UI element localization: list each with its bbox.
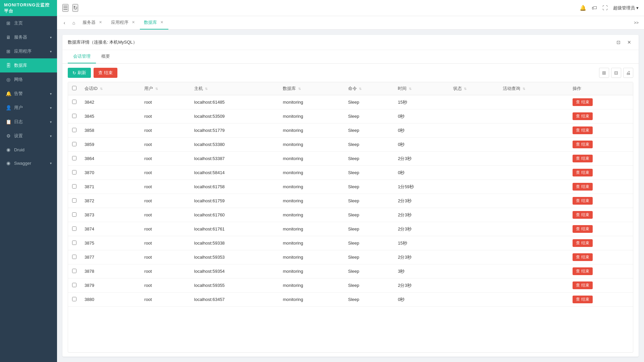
cell-action: 查 结束: [569, 236, 633, 250]
row-checkbox-cell[interactable]: [68, 180, 80, 194]
row-checkbox-cell[interactable]: [68, 236, 80, 250]
kill-row-button[interactable]: 查 结束: [573, 126, 592, 134]
tab-app-close-icon[interactable]: ✕: [130, 20, 136, 25]
table-row: 3845 root localhost:53509 monitoring Sle…: [68, 109, 633, 123]
menu-toggle-button[interactable]: ☰: [62, 4, 68, 12]
settings-icon: ⚙: [5, 133, 11, 139]
sidebar-item-swagger[interactable]: ◉ Swagger ▾: [0, 156, 57, 170]
cell-host: localhost:63457: [190, 293, 279, 307]
panel-minimize-button[interactable]: ⊡: [614, 38, 623, 46]
row-checkbox[interactable]: [72, 156, 76, 160]
sidebar-item-log[interactable]: 📋 日志 ▾: [0, 115, 57, 129]
tab-back-button[interactable]: ‹: [60, 18, 69, 28]
sidebar-item-user[interactable]: 👤 用户 ▾: [0, 101, 57, 115]
sub-tab-session[interactable]: 会话管理: [68, 50, 96, 63]
row-checkbox-cell[interactable]: [68, 278, 80, 293]
row-checkbox[interactable]: [72, 198, 76, 203]
tab-database-close-icon[interactable]: ✕: [159, 20, 164, 25]
kill-row-button[interactable]: 查 结束: [573, 112, 592, 120]
row-checkbox-cell[interactable]: [68, 293, 80, 307]
table-columns-button[interactable]: ⊞: [599, 68, 609, 78]
select-all-checkbox[interactable]: [72, 86, 76, 90]
col-command[interactable]: 命令 ⇅: [344, 82, 394, 95]
sub-tab-overview[interactable]: 概要: [96, 50, 115, 63]
kill-session-button[interactable]: 查 结束: [94, 68, 117, 78]
tab-app[interactable]: 应用程序 ✕: [107, 16, 140, 30]
col-active-query[interactable]: 活动查询 ⇅: [499, 82, 569, 95]
row-checkbox[interactable]: [72, 100, 76, 104]
kill-row-button[interactable]: 查 结束: [573, 98, 592, 106]
kill-row-button[interactable]: 查 结束: [573, 183, 592, 191]
kill-row-button[interactable]: 查 结束: [573, 267, 592, 275]
row-checkbox[interactable]: [72, 114, 76, 118]
tab-server[interactable]: 服务器 ✕: [78, 16, 107, 30]
row-checkbox-cell[interactable]: [68, 250, 80, 264]
refresh-session-button[interactable]: ↻ 刷新: [68, 68, 91, 78]
row-checkbox[interactable]: [72, 283, 76, 287]
row-checkbox-cell[interactable]: [68, 109, 80, 123]
cell-time: 2分3秒: [394, 208, 449, 222]
sidebar-item-server[interactable]: 🖥 服务器 ▾: [0, 30, 57, 44]
row-checkbox-cell[interactable]: [68, 138, 80, 152]
row-checkbox-cell[interactable]: [68, 208, 80, 222]
sidebar-item-settings[interactable]: ⚙ 设置 ▾: [0, 129, 57, 143]
sidebar-item-network[interactable]: ◎ 网络: [0, 72, 57, 87]
row-checkbox[interactable]: [72, 255, 76, 259]
kill-row-button[interactable]: 查 结束: [573, 225, 592, 233]
fullscreen-icon[interactable]: ⛶: [602, 5, 608, 11]
row-checkbox[interactable]: [72, 241, 76, 245]
row-checkbox-cell[interactable]: [68, 123, 80, 138]
row-checkbox-cell[interactable]: [68, 152, 80, 166]
kill-row-button[interactable]: 查 结束: [573, 169, 592, 176]
row-checkbox-cell[interactable]: [68, 264, 80, 278]
kill-row-button[interactable]: 查 结束: [573, 197, 592, 205]
col-database[interactable]: 数据库 ⇅: [279, 82, 344, 95]
cell-database: monitoring: [279, 236, 344, 250]
row-checkbox[interactable]: [72, 297, 76, 301]
row-checkbox-cell[interactable]: [68, 194, 80, 208]
tab-server-close-icon[interactable]: ✕: [98, 20, 103, 25]
row-checkbox[interactable]: [72, 142, 76, 146]
sidebar-item-home[interactable]: ⊞ 主页: [0, 16, 57, 30]
tab-server-label: 服务器: [83, 19, 96, 25]
refresh-button[interactable]: ↻: [72, 4, 78, 12]
user-menu[interactable]: 超级管理员 ▾: [613, 5, 639, 11]
sidebar-item-app[interactable]: ⊞ 应用程序 ▾: [0, 44, 57, 58]
row-checkbox[interactable]: [72, 212, 76, 217]
tag-icon[interactable]: 🏷: [592, 5, 597, 11]
kill-row-button[interactable]: 查 结束: [573, 141, 592, 148]
panel-close-button[interactable]: ✕: [625, 38, 633, 46]
cell-active-query: [499, 95, 569, 109]
kill-row-button[interactable]: 查 结束: [573, 281, 592, 289]
tab-home-button[interactable]: ⌂: [69, 18, 78, 28]
row-checkbox[interactable]: [72, 269, 76, 273]
row-checkbox-cell[interactable]: [68, 95, 80, 109]
row-checkbox[interactable]: [72, 170, 76, 174]
kill-row-button[interactable]: 查 结束: [573, 211, 592, 219]
row-checkbox[interactable]: [72, 184, 76, 189]
kill-row-button[interactable]: 查 结束: [573, 155, 592, 162]
panel-header: 数据库详情（连接名: 本机MySQL） ⊡ ✕: [62, 35, 639, 50]
sidebar-item-druid[interactable]: ◉ Druid: [0, 143, 57, 156]
row-checkbox-cell[interactable]: [68, 222, 80, 236]
notifications-icon[interactable]: 🔔: [580, 5, 586, 11]
kill-row-button[interactable]: 查 结束: [573, 253, 592, 261]
row-checkbox-cell[interactable]: [68, 166, 80, 180]
col-status[interactable]: 状态 ⇅: [449, 82, 499, 95]
table-export-button[interactable]: ⊟: [611, 68, 621, 78]
col-session-id[interactable]: 会话ID ⇅: [80, 82, 140, 95]
col-user[interactable]: 用户 ⇅: [140, 82, 190, 95]
sidebar-item-alert[interactable]: 🔔 告警 ▾: [0, 87, 57, 101]
row-checkbox[interactable]: [72, 128, 76, 132]
tab-expand-button[interactable]: >>: [631, 20, 641, 25]
sidebar-item-database[interactable]: 🗄 数据库: [0, 58, 57, 72]
row-checkbox[interactable]: [72, 226, 76, 231]
kill-row-button[interactable]: 查 结束: [573, 239, 592, 247]
table-print-button[interactable]: 🖨: [623, 68, 633, 78]
topbar-right: 🔔 🏷 ⛶ 超级管理员 ▾: [580, 5, 639, 11]
kill-row-button[interactable]: 查 结束: [573, 296, 592, 303]
col-time[interactable]: 时间 ⇅: [394, 82, 449, 95]
col-host[interactable]: 主机 ⇅: [190, 82, 279, 95]
tab-database[interactable]: 数据库 ✕: [140, 16, 168, 30]
select-all-header[interactable]: [68, 82, 80, 95]
